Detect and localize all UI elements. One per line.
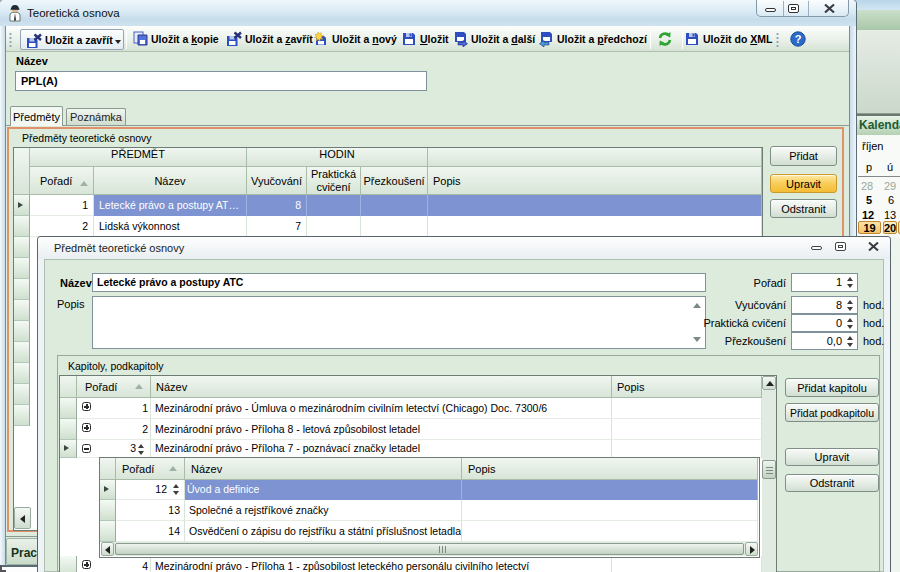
svg-text:?: ? [795,33,802,45]
